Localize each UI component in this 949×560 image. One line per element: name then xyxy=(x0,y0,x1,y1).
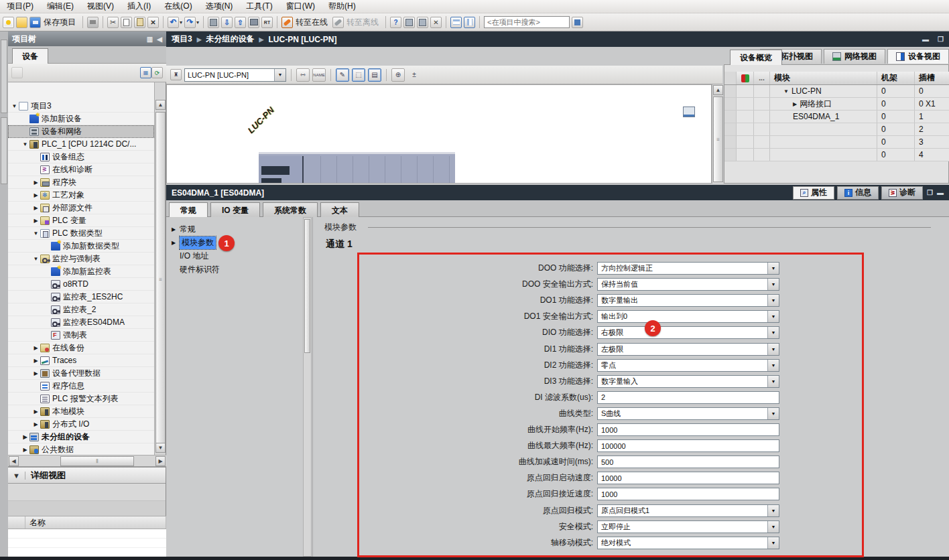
tree-item[interactable]: ▼PLC 数据类型 xyxy=(8,227,154,240)
restore-icon[interactable]: ❐ xyxy=(938,36,944,43)
tab-devices[interactable]: 设备 xyxy=(12,48,48,64)
tab-诊断[interactable]: ᕒ诊断 xyxy=(881,186,923,200)
tab-网络视图[interactable]: 网络视图 xyxy=(824,49,885,64)
collapse-panel-icon[interactable]: ◀ xyxy=(157,36,162,43)
expand-closed-icon[interactable]: ▶ xyxy=(32,205,40,211)
nav-item-I/O 地址[interactable]: I/O 地址 xyxy=(166,249,303,263)
tree-item[interactable]: 添加新数据类型 xyxy=(8,240,154,253)
chevron-down-icon[interactable]: ▼ xyxy=(767,505,779,516)
field-dropdown[interactable]: 绝对模式▼ xyxy=(597,537,779,549)
field-dropdown[interactable]: 原点回归模式1▼ xyxy=(597,504,779,517)
tree-item[interactable]: 添加新设备 xyxy=(8,113,154,125)
field-input[interactable]: 2 xyxy=(597,391,779,404)
overview-row[interactable]: ▶网络接口00 X1 xyxy=(724,98,949,111)
scrollbar-thumb[interactable]: ≡ xyxy=(713,96,723,182)
tab-文本[interactable]: 文本 xyxy=(320,202,359,217)
nav-item-硬件标识符[interactable]: 硬件标识符 xyxy=(166,263,303,276)
tree-item[interactable]: 设备和网络 xyxy=(8,125,154,138)
tree-item[interactable]: ▶本地模块 xyxy=(8,405,154,418)
scroll-up-icon[interactable]: ▲ xyxy=(155,100,166,110)
column-module[interactable]: 模块 xyxy=(770,72,877,84)
field-input[interactable]: 1000 xyxy=(597,423,779,436)
tree-item[interactable]: ▶Traces xyxy=(8,354,154,367)
tree-item[interactable]: 添加新监控表 xyxy=(8,265,154,278)
tree-item[interactable]: ▶公共数据 xyxy=(8,443,154,455)
field-dropdown[interactable]: 左极限▼ xyxy=(597,343,779,356)
menu-工具(T)[interactable]: 工具(T) xyxy=(239,0,279,13)
field-dropdown[interactable]: 保持当前值▼ xyxy=(597,278,779,291)
expand-open-icon[interactable]: ▼ xyxy=(783,88,789,94)
open-project-icon[interactable] xyxy=(16,17,27,28)
paste-icon[interactable] xyxy=(134,17,145,28)
expand-closed-icon[interactable]: ▶ xyxy=(21,434,29,440)
name-column-header[interactable]: 名称 xyxy=(25,516,166,529)
toolbar-label[interactable]: 保存项目 xyxy=(44,17,76,28)
tree-item[interactable]: 监控表ES04DMA xyxy=(8,316,154,329)
field-input[interactable]: 500 xyxy=(597,456,779,468)
breadcrumb-item[interactable]: 未分组的设备 xyxy=(206,33,255,45)
grid-icon[interactable]: ⬚ xyxy=(352,68,365,82)
expand-closed-icon[interactable]: ▶ xyxy=(32,180,40,186)
overview-row[interactable]: ▼LUC-PN00 xyxy=(724,85,949,98)
expand-closed-icon[interactable]: ▶ xyxy=(32,358,40,364)
dropdown-caret-icon[interactable]: ▾ xyxy=(196,19,199,25)
tree-item[interactable]: ▶未分组的设备 xyxy=(8,431,154,443)
cut-icon[interactable] xyxy=(107,17,119,28)
expand-closed-icon[interactable]: ▶ xyxy=(32,421,40,427)
collapse-panel-icon[interactable]: ▬ xyxy=(937,189,944,196)
horizontal-split-icon[interactable] xyxy=(450,17,462,28)
toolbar-label[interactable]: 转至离线 xyxy=(346,17,379,28)
tab-信息[interactable]: i信息 xyxy=(837,186,879,200)
search-input[interactable] xyxy=(484,16,570,28)
field-dropdown[interactable]: S曲线▼ xyxy=(597,407,779,420)
float-panel-icon[interactable]: ❐ xyxy=(927,189,933,196)
tree-item[interactable]: ▶分布式 I/O xyxy=(8,418,154,431)
chevron-down-icon[interactable]: ▼ xyxy=(8,472,25,480)
print-icon[interactable] xyxy=(87,17,99,28)
field-input[interactable]: 1000 xyxy=(597,488,779,500)
menu-窗口(W)[interactable]: 窗口(W) xyxy=(279,0,322,13)
zoom-icon[interactable]: ⊕ xyxy=(391,68,405,82)
tree-item[interactable]: ▼监控与强制表 xyxy=(8,253,154,265)
tab-IO 变量[interactable]: IO 变量 xyxy=(210,202,260,217)
upload-icon[interactable] xyxy=(235,17,246,28)
split-editor-v-icon[interactable] xyxy=(417,17,428,28)
canvas-vertical-scrollbar[interactable]: ▲ ≡ xyxy=(712,84,723,184)
tree-item[interactable]: 监控表_2 xyxy=(8,303,154,316)
expand-closed-icon[interactable]: ▶ xyxy=(172,240,180,246)
nav-scrollbar[interactable] xyxy=(303,217,312,557)
library-icon[interactable] xyxy=(572,17,583,28)
tree-item[interactable]: ▶外部源文件 xyxy=(8,202,154,214)
tree-item[interactable]: ▶程序块 xyxy=(8,176,154,189)
scroll-left-icon[interactable]: ◀ xyxy=(9,456,19,466)
chevron-down-icon[interactable]: ▼ xyxy=(767,521,779,533)
field-input[interactable]: 100000 xyxy=(597,439,779,452)
device-canvas[interactable]: LUC-PN xyxy=(166,84,712,184)
expand-closed-icon[interactable]: ▶ xyxy=(21,447,29,453)
tree-item[interactable]: 监控表_1ES2HC xyxy=(8,291,154,303)
tab-设备视图[interactable]: 设备视图 xyxy=(887,49,949,64)
expand-open-icon[interactable]: ▼ xyxy=(32,230,40,236)
new-project-icon[interactable] xyxy=(3,17,14,28)
save-project-icon[interactable] xyxy=(29,17,41,28)
copy-icon[interactable] xyxy=(121,17,132,28)
tree-item[interactable]: o8RTD xyxy=(8,278,154,291)
chevron-down-icon[interactable]: ▼ xyxy=(767,408,779,419)
field-dropdown[interactable]: 数字量输入▼ xyxy=(597,375,779,388)
chevron-down-icon[interactable]: ▼ xyxy=(274,69,286,81)
breadcrumb-item[interactable]: 项目3 xyxy=(172,33,192,45)
tree-item[interactable]: 在线和诊断 xyxy=(8,163,154,176)
add-item-icon[interactable] xyxy=(11,67,23,78)
overview-row[interactable]: 04 xyxy=(724,149,949,161)
delete-icon[interactable] xyxy=(147,17,159,28)
dropdown-caret-icon[interactable]: ▾ xyxy=(180,19,182,25)
zoom-fit-icon[interactable]: ± xyxy=(407,68,421,82)
overview-row[interactable]: ES04DMA_101 xyxy=(724,111,949,123)
undo-icon[interactable] xyxy=(168,17,179,28)
tab-属性[interactable]: ⌕属性 xyxy=(793,186,834,200)
breadcrumb-item[interactable]: LUC-PN [LUC-PN] xyxy=(269,35,337,44)
menu-项目(P)[interactable]: 项目(P) xyxy=(0,0,40,13)
refresh-catalog-icon[interactable]: ⟳ xyxy=(151,67,163,78)
tree-horizontal-scrollbar[interactable]: ◀ ⫴ ▶ xyxy=(8,455,166,466)
nav-item-常规[interactable]: ▶常规 xyxy=(166,222,303,236)
